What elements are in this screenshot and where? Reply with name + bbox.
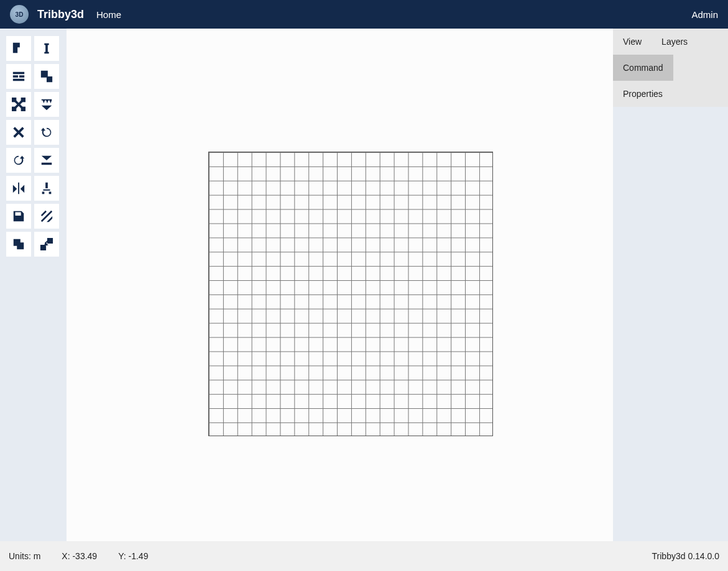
redo-tool[interactable] bbox=[6, 148, 31, 173]
wall-icon bbox=[12, 70, 25, 83]
load-line-icon bbox=[40, 153, 53, 167]
undo-tool[interactable] bbox=[34, 120, 59, 145]
move-icon bbox=[40, 237, 53, 251]
wall-tool[interactable] bbox=[6, 64, 31, 89]
copy-icon bbox=[12, 237, 25, 251]
save-icon bbox=[12, 209, 25, 223]
undo-icon bbox=[40, 126, 53, 139]
column-icon bbox=[40, 42, 53, 55]
trim-tool[interactable] bbox=[6, 92, 31, 117]
left-toolbar bbox=[0, 29, 67, 541]
status-version: Tribby3d 0.14.0.0 bbox=[652, 551, 719, 561]
app-logo-icon: 3D bbox=[10, 5, 29, 24]
status-bar: Units: m X: -33.49 Y: -1.49 Tribby3d 0.1… bbox=[0, 541, 728, 571]
tab-command[interactable]: Command bbox=[613, 55, 673, 81]
slab-tool[interactable] bbox=[6, 36, 31, 61]
main-area: View Layers Command Properties bbox=[0, 29, 728, 541]
right-panel: View Layers Command Properties bbox=[613, 29, 728, 541]
opening-tool[interactable] bbox=[34, 64, 59, 89]
tab-layers[interactable]: Layers bbox=[652, 29, 698, 55]
support-icon bbox=[40, 181, 53, 195]
load-uniform-tool[interactable] bbox=[34, 92, 59, 117]
hatch-tool[interactable] bbox=[34, 204, 59, 229]
brand-title: Tribby3d bbox=[37, 8, 84, 21]
hatch-icon bbox=[40, 209, 53, 223]
canvas-viewport[interactable] bbox=[67, 29, 613, 541]
redo-icon bbox=[12, 153, 25, 167]
nav-admin[interactable]: Admin bbox=[691, 9, 718, 20]
status-y: Y: -1.49 bbox=[118, 551, 148, 561]
opening-icon bbox=[40, 70, 53, 83]
load-uniform-icon bbox=[40, 98, 53, 111]
panel-tabs-row-2: Command Properties bbox=[613, 55, 728, 107]
copy-tool[interactable] bbox=[6, 232, 31, 257]
top-bar: 3D Tribby3d Home Admin bbox=[0, 0, 728, 29]
save-tool[interactable] bbox=[6, 204, 31, 229]
load-line-tool[interactable] bbox=[34, 148, 59, 173]
trim-icon bbox=[12, 98, 25, 111]
panel-body bbox=[613, 107, 728, 541]
panel-tabs-row-1: View Layers bbox=[613, 29, 728, 55]
move-tool[interactable] bbox=[34, 232, 59, 257]
mirror-icon bbox=[12, 181, 25, 195]
mirror-tool[interactable] bbox=[6, 176, 31, 201]
nav-home[interactable]: Home bbox=[96, 9, 121, 20]
support-tool[interactable] bbox=[34, 176, 59, 201]
delete-tool[interactable] bbox=[6, 120, 31, 145]
column-tool[interactable] bbox=[34, 36, 59, 61]
tab-view[interactable]: View bbox=[613, 29, 652, 55]
drawing-grid bbox=[208, 152, 493, 436]
status-x: X: -33.49 bbox=[62, 551, 97, 561]
slab-icon bbox=[12, 42, 25, 55]
close-icon bbox=[12, 126, 25, 139]
tab-properties[interactable]: Properties bbox=[613, 81, 673, 107]
status-units: Units: m bbox=[9, 551, 40, 561]
